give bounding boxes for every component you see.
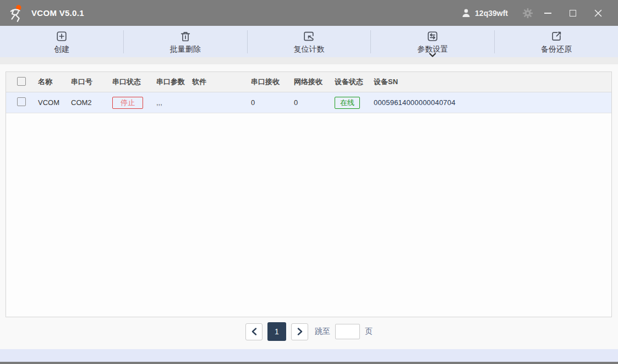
person-icon: [461, 8, 471, 18]
header-name: 名称: [38, 77, 71, 87]
row-serial-rx: 0: [251, 98, 294, 107]
trash-icon: [179, 30, 192, 43]
prev-page-button[interactable]: [245, 323, 262, 340]
reset-count-button[interactable]: 复位计数: [248, 26, 371, 57]
close-button[interactable]: [587, 5, 609, 21]
chevron-down-icon: [429, 53, 436, 57]
chevron-left-icon: [251, 328, 258, 335]
chevron-right-icon: [297, 328, 303, 335]
create-label: 创建: [54, 44, 69, 54]
device-status-badge: 在线: [335, 97, 360, 109]
device-table: 名称 串口号 串口状态 串口参数 软件 串口接收 网络接收 设备状态 设备SN …: [6, 71, 612, 317]
add-square-icon: [56, 30, 68, 43]
window-bottom-edge: [0, 362, 618, 364]
username: 12q39wft: [475, 9, 508, 18]
maximize-icon: [570, 10, 576, 16]
sliders-icon: [426, 30, 439, 43]
jump-to-label: 跳至: [315, 327, 330, 337]
header-checkbox-cell: [17, 77, 38, 87]
param-settings-label: 参数设置: [417, 44, 448, 54]
app-title: VCOM V5.0.1: [31, 8, 84, 18]
batch-delete-label: 批量删除: [170, 44, 201, 54]
header-serial-params: 串口参数: [156, 77, 192, 87]
create-button[interactable]: 创建: [0, 26, 123, 57]
jump-page-input[interactable]: [335, 324, 360, 339]
row-checkbox-cell: [17, 97, 38, 108]
pagination: 1 跳至 页: [0, 322, 618, 341]
backup-restore-label: 备份还原: [541, 44, 572, 54]
row-serial-params: ,,,: [156, 98, 192, 107]
select-all-checkbox[interactable]: [17, 77, 26, 86]
table-row[interactable]: VCOM COM2 停止 ,,, 0 0 在线 0005961400000004…: [6, 92, 611, 113]
row-net-rx: 0: [294, 98, 335, 107]
minimize-icon: [544, 13, 551, 14]
vcom-app-window: VCOM V5.0.1 12q39wft: [0, 0, 618, 364]
row-serial-port: COM2: [71, 98, 112, 107]
page-unit-label: 页: [365, 327, 373, 337]
minimize-button[interactable]: [537, 5, 559, 21]
footer-strip: [0, 349, 618, 362]
toolbar-shadow-strip: [0, 57, 618, 64]
row-device-status-cell: 在线: [335, 97, 374, 109]
table-header-row: 名称 串口号 串口状态 串口参数 软件 串口接收 网络接收 设备状态 设备SN: [6, 72, 611, 92]
param-settings-button[interactable]: 参数设置: [371, 26, 494, 57]
main-content: 名称 串口号 串口状态 串口参数 软件 串口接收 网络接收 设备状态 设备SN …: [0, 64, 618, 349]
header-serial-port: 串口号: [71, 77, 112, 87]
header-device-status: 设备状态: [335, 77, 374, 87]
maximize-button[interactable]: [562, 5, 584, 21]
reset-count-label: 复位计数: [293, 44, 324, 54]
reset-count-icon: [303, 30, 315, 43]
header-device-sn: 设备SN: [374, 77, 611, 87]
header-serial-rx: 串口接收: [251, 77, 294, 87]
titlebar-controls: 12q39wft: [461, 5, 609, 21]
batch-delete-button[interactable]: 批量删除: [124, 26, 247, 57]
title-bar: VCOM V5.0.1 12q39wft: [0, 0, 618, 26]
header-software: 软件: [192, 77, 251, 87]
usr-runner-logo-icon: [7, 3, 26, 23]
row-checkbox[interactable]: [17, 97, 26, 106]
row-device-sn: 00059614000000040704: [374, 98, 611, 107]
current-page-button[interactable]: 1: [267, 322, 286, 341]
row-serial-status-cell: 停止: [112, 97, 156, 109]
close-icon: [594, 9, 602, 17]
next-page-button[interactable]: [291, 323, 308, 340]
header-serial-status: 串口状态: [112, 77, 156, 87]
row-name: VCOM: [38, 98, 71, 107]
serial-status-badge: 停止: [112, 97, 143, 109]
backup-restore-button[interactable]: 备份还原: [495, 26, 618, 57]
header-net-rx: 网络接收: [294, 77, 335, 87]
gear-icon[interactable]: [522, 8, 533, 19]
user-account[interactable]: 12q39wft: [461, 8, 508, 18]
export-icon: [550, 30, 562, 43]
toolbar: 创建 批量删除 复位计数: [0, 26, 618, 57]
